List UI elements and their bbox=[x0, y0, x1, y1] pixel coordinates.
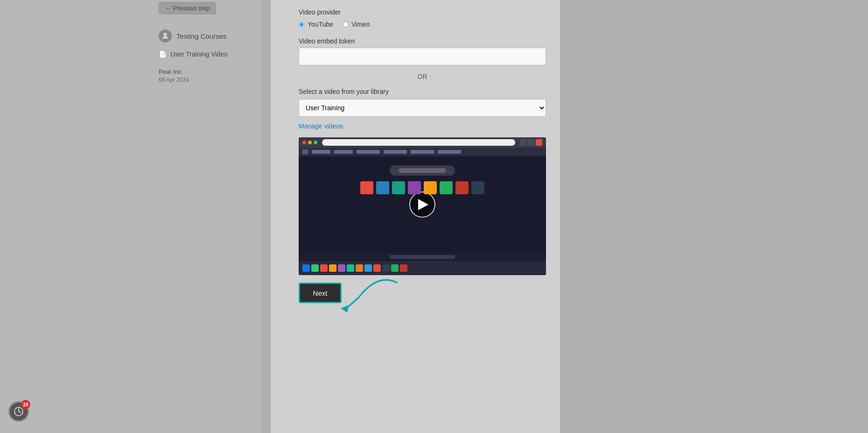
taskbar-icon bbox=[329, 264, 336, 272]
manage-videos-link[interactable]: Manage videos bbox=[299, 122, 343, 130]
taskbar-icon bbox=[302, 264, 310, 272]
next-button-area: Next bbox=[299, 283, 546, 303]
prev-step-button[interactable]: ← Previous step bbox=[159, 2, 216, 14]
document-icon: 📄 bbox=[159, 50, 167, 58]
video-library-select[interactable]: User Training bbox=[299, 99, 546, 117]
embed-token-input[interactable] bbox=[299, 48, 546, 65]
mini-toolbar bbox=[299, 148, 546, 156]
svg-point-0 bbox=[163, 33, 167, 36]
taskbar-icon bbox=[347, 264, 354, 272]
browser-new-tab-content bbox=[360, 165, 484, 194]
toolbar-item bbox=[411, 150, 434, 154]
app-icon bbox=[455, 181, 469, 194]
browser-bar bbox=[299, 137, 546, 148]
browser-taskbar bbox=[299, 261, 546, 275]
youtube-radio[interactable] bbox=[299, 21, 305, 28]
toolbar-item bbox=[302, 149, 308, 154]
browser-dot-red bbox=[302, 141, 306, 144]
youtube-option[interactable]: YouTube bbox=[299, 21, 333, 28]
search-bar-text bbox=[399, 168, 446, 173]
search-bar-placeholder bbox=[390, 165, 455, 176]
right-area bbox=[560, 0, 868, 433]
svg-line-4 bbox=[19, 412, 21, 412]
taskbar-icon bbox=[338, 264, 345, 272]
toolbar-item bbox=[357, 150, 380, 154]
browser-dot-green bbox=[314, 141, 317, 144]
arrow-annotation bbox=[341, 278, 401, 315]
app-icon bbox=[376, 181, 389, 194]
video-provider-radio-group: YouTube Vimeo bbox=[299, 21, 546, 28]
video-thumbnail[interactable] bbox=[299, 137, 546, 275]
vimeo-label: Vimeo bbox=[351, 21, 370, 28]
toolbar-item bbox=[384, 150, 407, 154]
next-button[interactable]: Next bbox=[299, 283, 342, 303]
user-avatar-icon bbox=[161, 32, 169, 40]
video-preview-inner bbox=[299, 137, 546, 275]
taskbar-icon bbox=[400, 264, 407, 272]
app-icon bbox=[392, 181, 405, 194]
youtube-label: YouTube bbox=[308, 21, 333, 28]
app-icon bbox=[408, 181, 421, 194]
svg-marker-1 bbox=[341, 305, 349, 312]
course-user-icon bbox=[159, 29, 172, 43]
notification-badge: 24 bbox=[21, 400, 30, 409]
app-icon bbox=[360, 181, 373, 194]
caption-text bbox=[390, 255, 455, 259]
toolbar-item bbox=[334, 150, 353, 154]
or-divider: OR bbox=[299, 73, 546, 80]
browser-btn bbox=[528, 139, 534, 146]
browser-address-bar bbox=[322, 139, 515, 146]
browser-dot-yellow bbox=[308, 141, 312, 144]
caption-bar bbox=[299, 253, 546, 261]
browser-btn bbox=[520, 139, 526, 146]
browser-controls bbox=[520, 139, 542, 146]
training-video-label: User Training Video bbox=[170, 50, 228, 58]
taskbar-icon bbox=[382, 264, 390, 272]
video-provider-label: Video provider bbox=[299, 8, 546, 16]
bottom-left-icon-area: 24 bbox=[8, 401, 32, 425]
sidebar: ← Previous step Testing Courses 📄 User T… bbox=[0, 0, 261, 433]
vimeo-option[interactable]: Vimeo bbox=[343, 21, 370, 28]
company-name: Pear Inc. bbox=[159, 68, 183, 75]
select-video-label: Select a video from your library bbox=[299, 88, 546, 95]
clock-icon[interactable]: 24 bbox=[8, 401, 29, 422]
testing-courses-row: Testing Courses bbox=[159, 29, 227, 43]
training-video-row: 📄 User Training Video bbox=[159, 50, 228, 58]
taskbar-icon bbox=[391, 264, 399, 272]
taskbar-icon bbox=[356, 264, 363, 272]
date-label: 08 Apr 2024 bbox=[159, 77, 189, 83]
taskbar-icon bbox=[311, 264, 319, 272]
app-icon bbox=[424, 181, 437, 194]
browser-close-btn bbox=[536, 139, 542, 146]
video-content-area bbox=[299, 156, 546, 253]
toolbar-item bbox=[312, 150, 330, 154]
play-button[interactable] bbox=[409, 192, 435, 218]
app-icon bbox=[471, 181, 484, 194]
app-icon bbox=[440, 181, 453, 194]
prev-step-label: ← Previous step bbox=[165, 5, 210, 12]
embed-token-label: Video embed token bbox=[299, 37, 546, 45]
vimeo-radio[interactable] bbox=[343, 21, 349, 28]
taskbar-icon bbox=[364, 264, 372, 272]
apps-grid bbox=[360, 181, 484, 194]
taskbar-icon bbox=[320, 264, 328, 272]
main-content: Video provider YouTube Vimeo Video embed… bbox=[271, 0, 560, 433]
toolbar-item bbox=[438, 150, 461, 154]
taskbar-icon bbox=[373, 264, 381, 272]
testing-courses-label: Testing Courses bbox=[176, 32, 227, 40]
